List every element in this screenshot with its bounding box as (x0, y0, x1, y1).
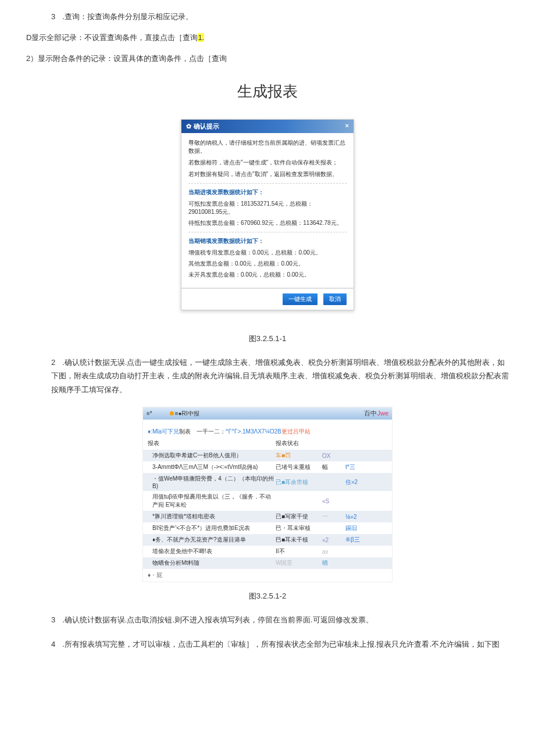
figure-caption-2: 图3.2.5.1-2 (0, 591, 535, 601)
cell-status: 巳・耳未审核 (276, 524, 322, 532)
cell-col3: 晒 (322, 559, 345, 567)
cell-status: 已堵号未重核 (276, 463, 322, 471)
dialog-intro: 尊敬的纳税人，请仔细核对您当前所属期的进、销项发票汇总数据。 若数据相符，请点击… (188, 139, 347, 178)
cell-col3: 一 (322, 513, 345, 521)
cell-status: 车■罚 (276, 452, 322, 460)
cell-name: BI宅贵产'<不合不*）进用也费加E况表 (152, 524, 276, 532)
cell-col3: ax (322, 549, 345, 555)
table-rows: 净倒选取申希建C一初B他人值用）车■罚OX3-AmmttΦΛ三mΛ三M（-><:… (143, 450, 392, 569)
intro-line: 若数据相符，请点击"一键生成"，软件自动保存相关报表； (188, 159, 347, 167)
table-row[interactable]: BI宅贵产'<不合不*）进用也费加E况表巳・耳未审核踢旧 (143, 522, 392, 534)
dialog-body: 尊敬的纳税人，请仔细核对您当前所属期的进、销项发票汇总数据。 若数据相符，请点击… (181, 133, 354, 288)
table-row[interactable]: 净倒选取申希建C一初B他人值用）车■罚OX (143, 450, 392, 461)
data-line: 待抵扣发票总金额：670960.92元，总税额：113642.78元。 (188, 219, 347, 227)
table-column-headers: 报表 报表状右 (143, 437, 392, 450)
sub-d: 更过吕甲站 (281, 428, 311, 435)
para-number: 4 (51, 640, 55, 648)
cell-name: 3-AmmttΦΛ三mΛ三M（-><:«tVmtI说佣a) (152, 463, 276, 471)
dialog-section-in: 当期进项发票数据统计如下： 可抵扣发票总金额：181353271.54元，总税额… (188, 183, 347, 227)
section-heading: 当期进项发票数据统计如下： (188, 188, 347, 196)
header-left: ≡* (147, 410, 152, 417)
cell-name: 塔偷衣是免他中不唧!表 (152, 547, 276, 556)
para-text: .确认统计数据无误.点击一键生成按钮，一键生成除主表、增值税减免表、税负分析测算… (51, 358, 509, 394)
cell-status: 已■耳余市核 (276, 478, 322, 486)
para-text: .所有报表填写完整，才可以审核，点击工具栏的〔审核］，所有报表状态全部为已审核未… (62, 640, 500, 648)
item-text: .查询：按查询条件分别显示相应记录。 (62, 12, 193, 21)
sub-a: ♦:Mla可下兄 (148, 428, 179, 435)
report-table: ≡* ≡●RI中报 百中Jwe ♦:Mla可下兄制表 一千一二：^Γ^Γ>.1M… (142, 407, 393, 582)
table-row[interactable]: 塔偷衣是免他中不唧!表II不ax (143, 546, 392, 557)
text: 2）显示附合条件的记录：设置具体的查询条件，点击［查询 (26, 54, 227, 63)
item-number: 3 (51, 12, 55, 21)
sub-item-d: D显示全部记录：不设置查询条件，直接点击［查询1. (26, 33, 535, 43)
dialog-section-out: 当期销项发票数据统计如下： 增值税专用发票总金额：0.00元，总税额：0.00元… (188, 232, 347, 279)
gear-icon: ✿ (186, 123, 191, 130)
cell-name: 净倒选取申希建C一初B他人值用） (152, 452, 276, 460)
cell-col4: ⑥β三 (345, 536, 374, 544)
cell-name: 用值tuβ依申报裹用先衷以（三，《服务．不动产宛 E写未松 (152, 493, 276, 509)
dialog-footer: 一键生成 取消 (181, 288, 354, 310)
text: D显示全部记录：不设置查询条件，直接点击［查询 (26, 33, 198, 42)
data-line: 其他发票总金额：0.00元，总税额：0.00元。 (188, 260, 347, 268)
paragraph-4: 4.所有报表填写完整，才可以审核，点击工具栏的〔审核］，所有报表状态全部为已审核… (51, 637, 512, 651)
cell-col3: 幅 (322, 463, 345, 471)
intro-line: 尊敬的纳税人，请仔细核对您当前所属期的进、销项发票汇总数据。 (188, 139, 347, 155)
cancel-button[interactable]: 取消 (323, 293, 347, 305)
dialog-title: ✿确认提示 (186, 122, 219, 131)
intro-line: 若对数据有疑问，请点击"取消"，返回检查发票明细数据。 (188, 170, 347, 178)
table-row[interactable]: *豚川透理狼*塔精电密表已■写家干使一⅛»2 (143, 511, 392, 522)
para-number: 3 (51, 615, 55, 624)
section-title-generate: 生成报表 (0, 81, 535, 102)
table-subheader: ♦:Mla可下兄制表 一千一二：^Γ^Γ>.1M3ΛX7¼O2B更过吕甲站 (143, 420, 392, 437)
dialog-header: ✿确认提示 × (181, 120, 354, 133)
paragraph-3: 3.确认统计数据有误.点击取消按钮.则不进入报表填写列表，停留在当前界面.可返回… (51, 613, 512, 626)
cell-col3: «2 (322, 537, 345, 543)
highlight: 1. (198, 33, 204, 42)
cell-status: 已■写家干使 (276, 513, 322, 521)
table-footer: ♦・屁 (143, 569, 392, 582)
cell-status: 巳■耳未干核 (276, 536, 322, 544)
data-line: 未开具发票总金额：0.00元，总税额：0.00元。 (188, 271, 347, 279)
table-row[interactable]: ・值WeM申猫康阳旁费，4（二）（本电印的州B)已■耳余市核住»2 (143, 473, 392, 491)
figure-caption-1: 图3.2.5.1-1 (0, 334, 535, 344)
table-row[interactable]: ♦务、不就产办无花资产?造屋目港单巳■耳未干核«2⑥β三 (143, 534, 392, 546)
cell-name: *豚川透理狼*塔精电密表 (152, 513, 276, 521)
sub-c: ^Γ^Γ>.1M3ΛX7¼O2B (226, 428, 281, 435)
cell-col4: 踢旧 (345, 524, 374, 532)
col-status: 报表状右 (276, 439, 322, 447)
cell-col3: «S (322, 498, 345, 504)
para-number: 2 (51, 358, 55, 367)
para-text: .确认统计数据有误.点击取消按钮.则不进入报表填写列表，停留在当前界面.可返回修… (62, 615, 373, 624)
cell-col4: ⅛»2 (345, 514, 374, 520)
confirm-dialog: ✿确认提示 × 尊敬的纳税人，请仔细核对您当前所属期的进、销项发票汇总数据。 若… (181, 119, 354, 310)
data-line: 可抵扣发票总金额：181353271.54元，总税额：29010081.95元。 (188, 200, 347, 216)
paragraph-2: 2.确认统计数据无误.点击一键生成按钮，一键生成除主表、增值税减免表、税负分析测… (51, 356, 512, 396)
generate-button[interactable]: 一键生成 (283, 293, 318, 305)
table-header-bar: ≡* ≡●RI中报 百中Jwe (143, 407, 392, 420)
dot-icon (170, 411, 174, 415)
list-item-3: 3.查询：按查询条件分别显示相应记录。 (51, 12, 512, 22)
close-icon[interactable]: × (345, 122, 349, 131)
cell-name: ♦务、不就产办无花资产?造屋目港单 (152, 536, 276, 544)
cell-col3: OX (322, 453, 345, 459)
cell-col4: t*三 (345, 463, 374, 471)
section-heading: 当期销项发票数据统计如下： (188, 237, 347, 245)
cell-name: ・值WeM申猫康阳旁费，4（二）（本电印的州B) (152, 475, 276, 489)
sub-b: 制表 一千一二： (179, 428, 226, 435)
header-right: 百中Jwe (364, 409, 388, 418)
header-mid: ≡●RI中报 (175, 410, 199, 418)
cell-status: II不 (276, 547, 322, 556)
sub-item-2: 2）显示附合条件的记录：设置具体的查询条件，点击［查询 (26, 53, 535, 64)
cell-name: 物晒食分析Mt料随 (152, 559, 276, 567)
data-line: 增值税专用发票总金额：0.00元，总税额：0.00元。 (188, 249, 347, 257)
cell-col4: 住»2 (345, 478, 374, 486)
table-row[interactable]: 3-AmmttΦΛ三mΛ三M（-><:«tVmtI说佣a)已堵号未重核幅t*三 (143, 461, 392, 473)
table-row[interactable]: 物晒食分析Mt料随W因至晒 (143, 557, 392, 569)
table-row[interactable]: 用值tuβ依申报裹用先衷以（三，《服务．不动产宛 E写未松«S (143, 491, 392, 511)
cell-status: W因至 (276, 559, 322, 567)
col-name: 报表 (148, 439, 276, 447)
